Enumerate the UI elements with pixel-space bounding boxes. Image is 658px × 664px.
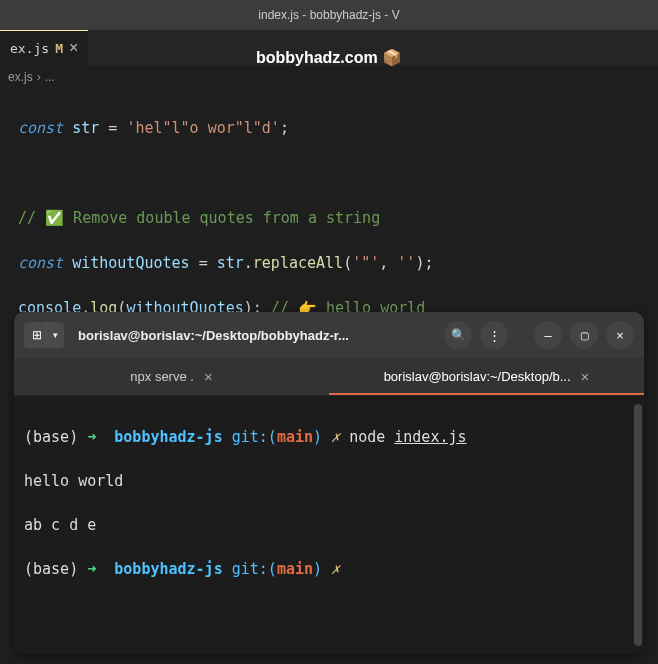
- tab-modified-indicator: M: [55, 41, 63, 56]
- close-icon[interactable]: ×: [69, 40, 78, 56]
- chevron-down-icon: ▾: [53, 330, 58, 340]
- terminal-tab-label: npx serve .: [130, 369, 194, 384]
- terminal-tabs: npx serve . × borislav@borislav:~/Deskto…: [14, 358, 644, 396]
- terminal-title: borislav@borislav:~/Desktop/bobbyhadz-r.…: [78, 328, 436, 343]
- terminal-tab-npx-serve[interactable]: npx serve . ×: [14, 358, 329, 395]
- search-button[interactable]: 🔍: [444, 321, 472, 349]
- terminal-line: (base) ➜ bobbyhadz-js git:(main) ✗ node …: [24, 426, 634, 448]
- code-line: [18, 162, 640, 185]
- window-title: index.js - bobbyhadz-js - V: [258, 8, 399, 22]
- terminal-body[interactable]: (base) ➜ bobbyhadz-js git:(main) ✗ node …: [14, 396, 644, 654]
- kebab-menu-icon: ⋮: [488, 328, 501, 343]
- code-line: // ✅ Remove double quotes from a string: [18, 207, 640, 230]
- terminal-line: ab c d e: [24, 514, 634, 536]
- window-title-bar: index.js - bobbyhadz-js - V: [0, 0, 658, 30]
- terminal-tab-label: borislav@borislav:~/Desktop/b...: [384, 369, 571, 384]
- maximize-button[interactable]: ▢: [570, 321, 598, 349]
- minimize-button[interactable]: –: [534, 321, 562, 349]
- chevron-right-icon: ›: [37, 70, 41, 84]
- close-button[interactable]: ×: [606, 321, 634, 349]
- close-icon[interactable]: ×: [204, 368, 213, 385]
- new-tab-icon: ⊞: [32, 328, 42, 342]
- close-icon[interactable]: ×: [581, 368, 590, 385]
- terminal-window: ⊞ ▾ borislav@borislav:~/Desktop/bobbyhad…: [14, 312, 644, 654]
- minimize-icon: –: [544, 328, 551, 343]
- terminal-line: (base) ➜ bobbyhadz-js git:(main) ✗: [24, 558, 634, 580]
- close-icon: ×: [616, 328, 624, 343]
- terminal-titlebar: ⊞ ▾ borislav@borislav:~/Desktop/bobbyhad…: [14, 312, 644, 358]
- breadcrumb-file: ex.js: [8, 70, 33, 84]
- new-tab-dropdown[interactable]: ▾: [46, 322, 64, 348]
- code-line: console.log(withoutQuotes); // 👉 hello w…: [18, 297, 640, 313]
- tab-file-name: ex.js: [10, 41, 49, 56]
- breadcrumb-more: ...: [45, 70, 55, 84]
- breadcrumb[interactable]: ex.js › ...: [0, 66, 658, 88]
- terminal-scrollbar[interactable]: [634, 404, 642, 646]
- code-line: const str = 'hel"l"o wor"l"d';: [18, 117, 640, 140]
- terminal-line: hello world: [24, 470, 634, 492]
- code-line: const withoutQuotes = str.replaceAll('"'…: [18, 252, 640, 275]
- editor-tab-index-js[interactable]: ex.js M ×: [0, 30, 88, 66]
- menu-button[interactable]: ⋮: [480, 321, 508, 349]
- editor-tab-row: ex.js M ×: [0, 30, 658, 66]
- maximize-icon: ▢: [580, 330, 589, 341]
- terminal-tab-shell[interactable]: borislav@borislav:~/Desktop/b... ×: [329, 358, 644, 395]
- search-icon: 🔍: [451, 328, 466, 342]
- code-editor[interactable]: const str = 'hel"l"o wor"l"d'; // ✅ Remo…: [0, 88, 658, 312]
